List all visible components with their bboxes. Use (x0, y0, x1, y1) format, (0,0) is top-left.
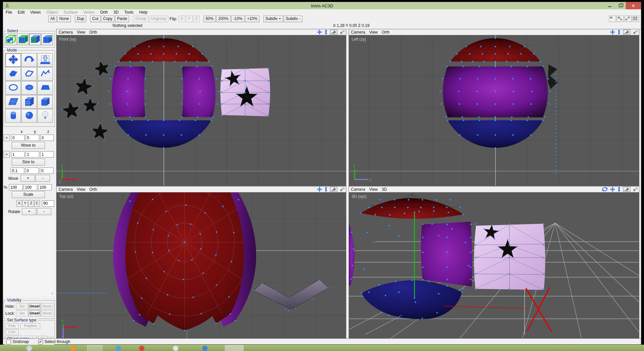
mode-polygon-button[interactable] (5, 67, 21, 81)
subdiv-plus-button[interactable]: Subdiv + (263, 16, 283, 22)
move-to-button[interactable]: Move to (12, 142, 45, 149)
minimize-button[interactable] (604, 2, 615, 9)
orbit-view-icon[interactable] (602, 187, 608, 192)
pan-view-icon[interactable] (610, 30, 615, 35)
layout-three-button[interactable] (624, 16, 631, 22)
lock-unsel-button[interactable]: Unsel (29, 310, 41, 316)
zoom-extents-button[interactable] (330, 30, 337, 35)
rotate-axis-x-button[interactable]: X (16, 200, 22, 207)
viewport-top[interactable]: Camera View Orth Top (xz) YXZ (56, 186, 346, 339)
mode-ellipse-button[interactable] (5, 81, 21, 95)
vp-menu-camera[interactable]: Camera (59, 30, 73, 35)
vp-menu-3d[interactable]: 3D (382, 187, 387, 192)
scale-button[interactable]: Scale (12, 191, 45, 198)
size-to-x-field[interactable] (11, 151, 25, 158)
select-surface-mode-button[interactable] (29, 34, 41, 45)
mode-extrude-button[interactable] (37, 53, 53, 67)
vp-menu-camera[interactable]: Camera (59, 187, 73, 192)
size-to-button[interactable]: Size to (12, 159, 45, 166)
restore-button[interactable] (615, 2, 626, 9)
select-through-checkbox[interactable]: ✔ (38, 340, 43, 344)
select-vertex-mode-button[interactable] (42, 34, 53, 45)
mode-cylinder-button[interactable] (5, 109, 21, 123)
select-none-button[interactable]: None (57, 16, 71, 22)
size-to-y-field[interactable] (26, 151, 39, 158)
maximize-viewport-icon[interactable] (633, 30, 638, 34)
scale-z-field[interactable] (38, 184, 52, 190)
taskbar-app-icon[interactable] (173, 346, 178, 351)
zoom-out-button[interactable]: -10% (231, 16, 244, 22)
move-step-z-field[interactable] (40, 168, 54, 174)
mode-light-button[interactable] (37, 109, 53, 123)
move-to-y-field[interactable] (26, 135, 39, 141)
hide-unsel-button[interactable]: Unsel (29, 303, 41, 309)
vp-menu-view[interactable]: View (369, 187, 378, 192)
zoom-updown-icon[interactable] (617, 30, 621, 35)
select-group-mode-button[interactable] (5, 34, 17, 45)
copy-button[interactable]: Copy (101, 16, 114, 22)
move-step-x-field[interactable] (11, 168, 24, 174)
rotate-axis-c-button[interactable]: C (34, 200, 40, 207)
pan-view-icon[interactable] (317, 187, 322, 192)
taskbar-app-icon[interactable] (116, 346, 121, 351)
scale-y-field[interactable] (24, 184, 37, 190)
scroll-down-icon[interactable]: ˅ (51, 292, 54, 296)
zoom-updown-icon[interactable] (617, 187, 621, 192)
vp-menu-view[interactable]: View (77, 30, 85, 35)
close-button[interactable]: ✕ (626, 2, 641, 9)
pan-view-icon[interactable] (317, 30, 322, 35)
paste-button[interactable]: Paste (115, 16, 129, 22)
zoom-200-button[interactable]: 200% (216, 16, 231, 22)
maximize-viewport-icon[interactable] (340, 187, 345, 191)
menu-edit[interactable]: Edit (18, 10, 25, 15)
desktop-taskbar[interactable] (0, 345, 644, 351)
mode-closed-polyline-button[interactable] (21, 67, 37, 81)
taskbar-app-icon[interactable] (71, 346, 76, 351)
vp-menu-orth[interactable]: Orth (89, 30, 97, 35)
vp-menu-orth[interactable]: Orth (382, 30, 389, 35)
taskbar-active-app[interactable] (225, 345, 243, 351)
move-to-x-field[interactable] (11, 135, 25, 141)
move-to-z-field[interactable] (40, 135, 54, 141)
mode-grid3d-button[interactable] (21, 95, 37, 109)
size-to-z-field[interactable] (40, 151, 54, 158)
dup-button[interactable]: Dup (75, 16, 86, 22)
move-step-y-field[interactable] (25, 168, 39, 174)
viewport-3d[interactable]: Camera View 3D 3D (xyz) (349, 186, 639, 339)
subdiv-minus-button[interactable]: Subdiv - (284, 16, 302, 22)
zoom-extents-button[interactable] (623, 187, 630, 192)
menu-help[interactable]: Help (139, 10, 148, 15)
move-to-expander[interactable]: > (4, 134, 10, 141)
taskbar-app-icon[interactable] (27, 346, 32, 351)
vp-menu-view[interactable]: View (77, 187, 85, 192)
size-to-expander[interactable]: > (4, 151, 10, 158)
layout-two-button[interactable] (617, 16, 624, 22)
cut-button[interactable]: Cut (90, 16, 100, 22)
layout-single-button[interactable] (609, 16, 616, 22)
menu-views[interactable]: Views (30, 10, 41, 15)
vp-menu-camera[interactable]: Camera (351, 187, 365, 192)
scale-x-field[interactable] (9, 184, 23, 190)
maximize-viewport-icon[interactable] (340, 30, 345, 34)
maximize-viewport-icon[interactable] (633, 187, 638, 191)
vp-menu-orth[interactable]: Orth (89, 187, 97, 192)
rotate-axis-z-button[interactable]: Z (28, 200, 34, 207)
zoom-50-button[interactable]: 50% (204, 16, 216, 22)
vp-menu-camera[interactable]: Camera (351, 30, 365, 35)
menu-file[interactable]: File (6, 10, 12, 15)
taskbar-app-icon[interactable] (202, 346, 208, 351)
gridsnap-checkbox[interactable] (6, 340, 11, 344)
zoom-in-button[interactable]: +10% (245, 16, 259, 22)
mode-box-button[interactable] (37, 95, 53, 109)
rotate-plus-button[interactable]: + (22, 208, 36, 215)
pan-view-icon[interactable] (610, 187, 615, 192)
move-plus-button[interactable]: + (21, 175, 35, 182)
layout-four-button[interactable] (632, 16, 639, 22)
rotate-angle-field[interactable] (42, 200, 54, 207)
rotate-axis-y-button[interactable]: Y (22, 200, 28, 207)
zoom-updown-icon[interactable] (324, 30, 328, 35)
viewport-front[interactable]: Camera View Orth Front (xy) YXZ (56, 29, 346, 186)
select-object-mode-button[interactable] (17, 34, 29, 45)
object-list[interactable]: ˅ (4, 216, 54, 297)
viewport-left[interactable]: Camera View Orth Left (zy) YZX (349, 29, 639, 186)
